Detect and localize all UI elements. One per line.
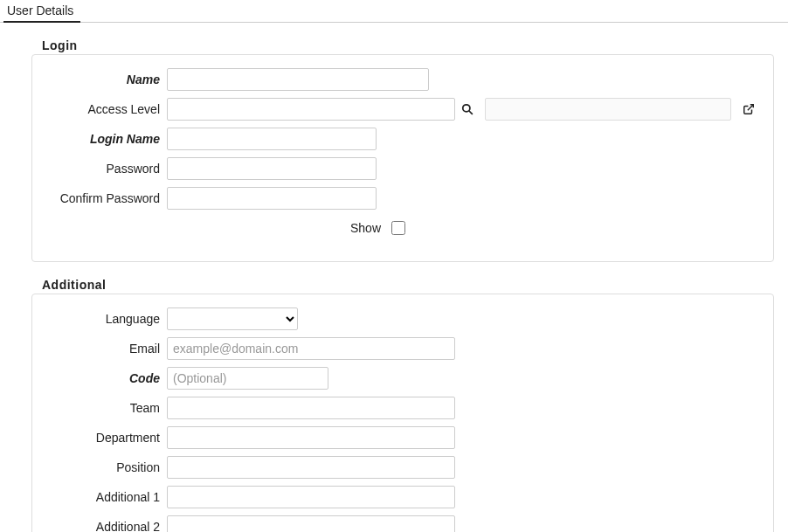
- access-level-field[interactable]: [167, 98, 455, 121]
- search-icon[interactable]: [459, 100, 476, 118]
- login-name-field[interactable]: [167, 128, 377, 150]
- position-label: Position: [45, 460, 167, 474]
- svg-line-1: [469, 111, 473, 114]
- section-title-login: Login: [42, 38, 788, 52]
- email-label: Email: [45, 342, 167, 356]
- language-label: Language: [45, 312, 167, 326]
- name-field[interactable]: [167, 68, 429, 91]
- svg-point-0: [463, 105, 470, 112]
- additional1-label: Additional 1: [45, 490, 167, 504]
- svg-line-2: [748, 105, 753, 110]
- team-label: Team: [45, 401, 167, 415]
- position-field[interactable]: [167, 456, 455, 479]
- team-field[interactable]: [167, 397, 455, 419]
- code-field[interactable]: [167, 367, 328, 390]
- confirm-password-label: Confirm Password: [45, 191, 167, 205]
- language-select[interactable]: [167, 307, 298, 330]
- section-additional: Language Email Code Team Department Posi…: [31, 294, 774, 532]
- tab-user-details[interactable]: User Details: [3, 0, 80, 23]
- access-level-label: Access Level: [45, 102, 167, 116]
- login-name-label: Login Name: [45, 132, 167, 146]
- confirm-password-field[interactable]: [167, 187, 377, 210]
- department-label: Department: [45, 431, 167, 445]
- access-level-display: [485, 98, 731, 121]
- additional1-field[interactable]: [167, 486, 455, 508]
- password-field[interactable]: [167, 157, 377, 180]
- external-link-icon[interactable]: [740, 100, 757, 118]
- show-checkbox[interactable]: [391, 221, 405, 235]
- email-field[interactable]: [167, 337, 455, 360]
- tab-bar: User Details: [0, 0, 788, 23]
- code-label: Code: [45, 371, 167, 385]
- section-title-additional: Additional: [42, 278, 788, 292]
- show-label: Show: [350, 221, 381, 235]
- password-label: Password: [45, 162, 167, 176]
- name-label: Name: [45, 73, 167, 86]
- section-login: Name Access Level Login Name Password Co…: [31, 54, 774, 262]
- department-field[interactable]: [167, 426, 455, 449]
- additional2-field[interactable]: [167, 515, 455, 532]
- additional2-label: Additional 2: [45, 520, 167, 532]
